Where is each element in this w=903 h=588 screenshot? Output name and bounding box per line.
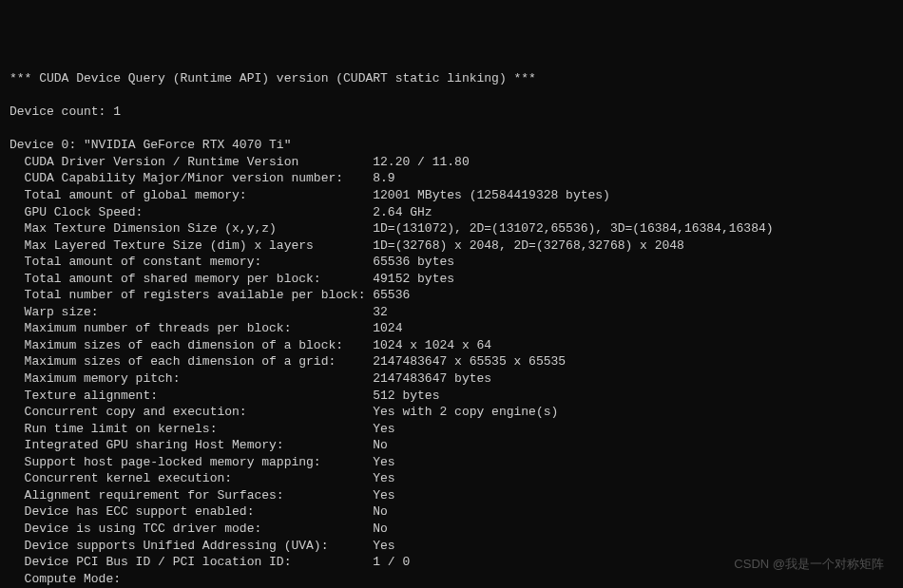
device-prop-line: CUDA Capability Major/Minor version numb… (10, 170, 893, 187)
device-count-line: Device count: 1 (10, 104, 893, 121)
device-prop-line: Device supports Unified Addressing (UVA)… (10, 538, 893, 555)
device-prop-line: Total amount of constant memory: 65536 b… (10, 254, 893, 271)
device-prop-line: Maximum memory pitch: 2147483647 bytes (10, 370, 893, 388)
device-prop-line: Total amount of shared memory per block:… (10, 271, 893, 288)
device-header-line: Device 0: "NVIDIA GeForce RTX 4070 Ti" (10, 137, 893, 154)
device-prop-line: Maximum number of threads per block: 102… (10, 320, 893, 337)
device-prop-line: Alignment requirement for Surfaces: Yes (10, 487, 893, 504)
device-prop-line: Total amount of global memory: 12001 MBy… (10, 187, 893, 204)
device-prop-line: CUDA Driver Version / Runtime Version 12… (10, 154, 893, 171)
device-prop-line: Max Layered Texture Size (dim) x layers … (10, 237, 893, 255)
device-prop-line: Maximum sizes of each dimension of a gri… (10, 353, 893, 370)
blank-line (10, 121, 893, 138)
device-prop-line: Texture alignment: 512 bytes (10, 388, 893, 405)
device-prop-line: Compute Mode: (10, 571, 893, 588)
device-prop-line: Concurrent kernel execution: Yes (10, 470, 893, 487)
device-prop-line: Support host page-locked memory mapping:… (10, 454, 893, 471)
watermark: CSDN @我是一个对称矩阵 (734, 556, 884, 573)
device-prop-line: Max Texture Dimension Size (x,y,z) 1D=(1… (10, 220, 893, 237)
header-line: *** CUDA Device Query (Runtime API) vers… (10, 70, 893, 87)
device-prop-line: Total number of registers available per … (10, 287, 893, 304)
device-prop-line: GPU Clock Speed: 2.64 GHz (10, 204, 893, 221)
device-prop-line: Integrated GPU sharing Host Memory: No (10, 437, 893, 454)
device-prop-line: Warp size: 32 (10, 304, 893, 321)
device-prop-line: Concurrent copy and execution: Yes with … (10, 404, 893, 421)
blank-line (10, 87, 893, 104)
device-prop-line: Run time limit on kernels: Yes (10, 421, 893, 438)
device-prop-line: Device is using TCC driver mode: No (10, 521, 893, 538)
terminal-output: *** CUDA Device Query (Runtime API) vers… (10, 70, 893, 588)
device-prop-line: Maximum sizes of each dimension of a blo… (10, 337, 893, 354)
device-prop-line: Device has ECC support enabled: No (10, 503, 893, 521)
